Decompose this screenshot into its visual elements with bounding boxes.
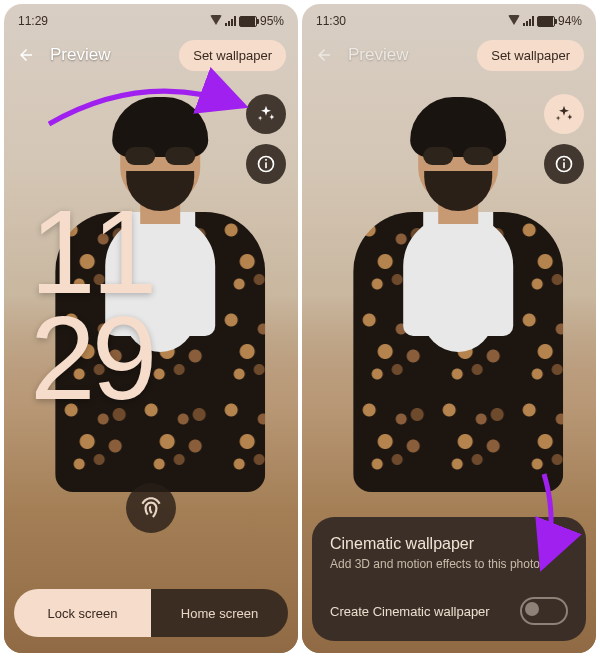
- set-wallpaper-button[interactable]: Set wallpaper: [477, 40, 584, 71]
- page-title: Preview: [348, 45, 408, 65]
- top-app-bar: Preview Set wallpaper: [4, 32, 298, 78]
- back-icon: [17, 46, 35, 64]
- sparkles-icon: [554, 104, 574, 124]
- top-app-bar: Preview Set wallpaper: [302, 32, 596, 78]
- clock-hour: 11: [30, 199, 153, 305]
- screenshot-right: 11:30 94% Preview Set wallpaper: [302, 4, 596, 653]
- battery-percent: 95%: [260, 14, 284, 28]
- tab-home-screen[interactable]: Home screen: [151, 589, 288, 637]
- svg-rect-4: [563, 162, 565, 168]
- info-button[interactable]: [544, 144, 584, 184]
- toggle-label: Create Cinematic wallpaper: [330, 604, 490, 619]
- sheet-title: Cinematic wallpaper: [330, 535, 568, 553]
- wifi-icon: [508, 15, 520, 25]
- clock-minute: 29: [30, 305, 153, 411]
- signal-icon: [225, 16, 236, 26]
- info-icon: [256, 154, 276, 174]
- sparkles-icon: [256, 104, 276, 124]
- wallpaper-photo: [343, 104, 573, 524]
- back-button[interactable]: [314, 45, 334, 65]
- wifi-icon: [210, 15, 222, 25]
- svg-rect-5: [563, 159, 565, 161]
- page-title: Preview: [50, 45, 110, 65]
- svg-rect-2: [265, 159, 267, 161]
- cinematic-sheet: Cinematic wallpaper Add 3D and motion ef…: [312, 517, 586, 641]
- battery-percent: 94%: [558, 14, 582, 28]
- svg-rect-1: [265, 162, 267, 168]
- signal-icon: [523, 16, 534, 26]
- back-button[interactable]: [16, 45, 36, 65]
- info-icon: [554, 154, 574, 174]
- lock-screen-clock: 11 29: [30, 199, 153, 411]
- status-time: 11:30: [316, 14, 346, 28]
- effects-button[interactable]: [544, 94, 584, 134]
- effects-button[interactable]: [246, 94, 286, 134]
- fingerprint-button[interactable]: [126, 483, 176, 533]
- status-right: 95%: [210, 14, 284, 28]
- battery-icon: [239, 16, 257, 27]
- fingerprint-icon: [138, 495, 164, 521]
- back-icon: [315, 46, 333, 64]
- sheet-subtitle: Add 3D and motion effects to this photo: [330, 557, 568, 571]
- preview-tabs: Lock screen Home screen: [14, 589, 288, 637]
- status-right: 94%: [508, 14, 582, 28]
- set-wallpaper-button[interactable]: Set wallpaper: [179, 40, 286, 71]
- status-bar: 11:30 94%: [302, 4, 596, 34]
- screenshot-left: 11:29 95% Preview Set wallpaper: [4, 4, 298, 653]
- cinematic-toggle[interactable]: [520, 597, 568, 625]
- info-button[interactable]: [246, 144, 286, 184]
- status-time: 11:29: [18, 14, 48, 28]
- battery-icon: [537, 16, 555, 27]
- tab-lock-screen[interactable]: Lock screen: [14, 589, 151, 637]
- status-bar: 11:29 95%: [4, 4, 298, 34]
